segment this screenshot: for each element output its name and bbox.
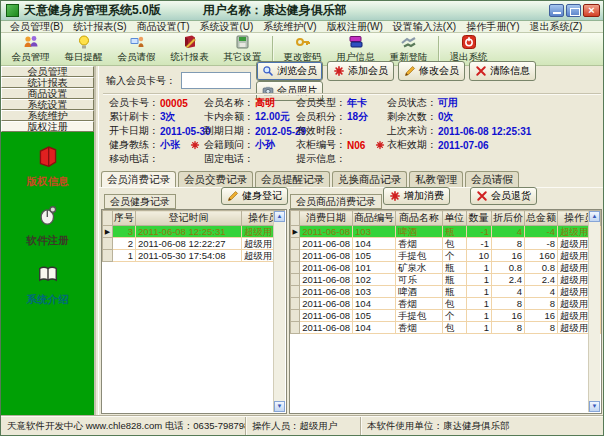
- column-header[interactable]: 折后价: [491, 211, 524, 226]
- tab-reminder-records[interactable]: 会员提醒记录: [255, 171, 330, 188]
- cell: -8: [524, 238, 557, 250]
- open-book-icon: [37, 263, 59, 285]
- member-refund-button[interactable]: 会员退货: [470, 187, 537, 205]
- cell: 105: [353, 250, 396, 262]
- table-row[interactable]: 2011-06-08103啤酒瓶144超级用户: [291, 286, 601, 298]
- sidebar-item-system[interactable]: 系统设置: [1, 99, 94, 110]
- menu-item-4[interactable]: 系统设置(U): [194, 21, 258, 33]
- member-info-row: 移动电话：固定电话：提示信息：: [99, 152, 604, 166]
- sidebar-item-goods[interactable]: 商品设置: [1, 88, 94, 99]
- add-member-button[interactable]: 添加会员: [327, 61, 394, 81]
- cell: 102: [353, 274, 396, 286]
- sidebar-item-members[interactable]: 会员管理: [1, 66, 94, 77]
- member-field-label: 上次来访：: [387, 124, 437, 138]
- scroll-up-icon[interactable]: [589, 211, 600, 222]
- fitness-scrollbar[interactable]: [273, 211, 285, 412]
- cell: 104: [353, 238, 396, 250]
- cell: 2011-06-08: [300, 298, 353, 310]
- scroll-down-icon[interactable]: [589, 401, 600, 412]
- menu-item-5[interactable]: 系统维护(V): [258, 21, 321, 33]
- leave-icon: [129, 34, 145, 50]
- table-row[interactable]: ▶32011-06-08 12:25:31超级用户: [103, 226, 285, 238]
- cell: 瓶: [442, 226, 466, 238]
- toolbar-member-leave[interactable]: 会员请假: [110, 33, 163, 65]
- cell: 个: [442, 250, 466, 262]
- close-icon[interactable]: [583, 4, 600, 17]
- member-field-label: 有效时段：: [296, 124, 346, 138]
- app-title: 天意健身房管理系统5.0版: [24, 2, 161, 19]
- row-marker: [291, 298, 300, 310]
- member-field: 上次来访：2011-06-08 12:25:31: [387, 124, 604, 138]
- sidebar-item-registration[interactable]: 版权注册: [1, 121, 94, 132]
- red-flower-icon[interactable]: [375, 140, 385, 150]
- scroll-down-icon[interactable]: [274, 401, 285, 412]
- clear-info-button[interactable]: 清除信息: [469, 61, 536, 81]
- column-header[interactable]: 商品编号: [353, 211, 396, 226]
- member-field: 开卡日期：2011-05-30: [109, 124, 204, 138]
- column-header[interactable]: 商品名称: [396, 211, 443, 226]
- red-flower-icon[interactable]: [190, 140, 200, 150]
- table-row[interactable]: ▶2011-06-08103啤酒瓶-14-4超级用户: [291, 226, 601, 238]
- menu-item-1[interactable]: 会员管理(B): [5, 21, 68, 33]
- table-row[interactable]: 2011-06-08105手提包个1016160超级用户: [291, 250, 601, 262]
- tab-payment-records[interactable]: 会员交费记录: [178, 171, 253, 188]
- sidebar-item-maintenance[interactable]: 系统维护: [1, 110, 94, 121]
- member-field-value: 00005: [160, 98, 188, 109]
- menu-item-8[interactable]: 操作手册(Y): [461, 21, 524, 33]
- sidebar-buttons: 会员管理统计报表商品设置系统设置系统维护版权注册: [1, 66, 94, 132]
- table-row[interactable]: 2011-06-08101矿泉水瓶10.80.8超级用户: [291, 262, 601, 274]
- toolbar-reports[interactable]: 统计报表: [163, 33, 216, 65]
- column-header[interactable]: 序号: [113, 211, 136, 226]
- column-header[interactable]: 总金额: [524, 211, 557, 226]
- cell: 1: [466, 310, 491, 322]
- consume-scrollbar[interactable]: [588, 211, 600, 412]
- menu-item-6[interactable]: 版权注册(W): [322, 21, 388, 33]
- scroll-up-icon[interactable]: [274, 211, 285, 222]
- menu-item-2[interactable]: 统计报表(S): [68, 21, 131, 33]
- tab-consume-records[interactable]: 会员消费记录: [101, 171, 176, 188]
- sidebar-link-copyright[interactable]: 版权信息: [27, 145, 69, 189]
- table-row[interactable]: 2011-06-08104香烟包188超级用户: [291, 298, 601, 310]
- add-consume-button[interactable]: 增加消费: [383, 187, 450, 205]
- column-header[interactable]: 数量: [466, 211, 491, 226]
- table-row[interactable]: 22011-06-08 12:22:27超级用户: [103, 238, 285, 250]
- menu-item-9[interactable]: 退出系统(Z): [525, 21, 588, 33]
- column-header[interactable]: 登记时间: [136, 211, 242, 226]
- member-field-label: 衣柜效期：: [387, 138, 437, 152]
- table-row[interactable]: 2011-06-08104香烟包188超级用户: [291, 322, 601, 334]
- member-field-value: 小张: [160, 138, 180, 152]
- sidebar-link-intro[interactable]: 系统介绍: [27, 263, 69, 307]
- cell: -4: [524, 226, 557, 238]
- tab-exchange-records[interactable]: 兑换商品记录: [332, 171, 407, 188]
- tab-private-coach[interactable]: 私教管理: [409, 171, 463, 188]
- table-row[interactable]: 2011-06-08104香烟包-18-8超级用户: [291, 238, 601, 250]
- column-header[interactable]: 消费日期: [300, 211, 353, 226]
- member-field-value: 0次: [438, 110, 454, 124]
- toolbar-members[interactable]: 会员管理: [4, 33, 57, 65]
- column-header[interactable]: 单位: [442, 211, 466, 226]
- table-row[interactable]: 2011-06-08102可乐瓶12.42.4超级用户: [291, 274, 601, 286]
- cell: 2011-06-08: [300, 250, 353, 262]
- member-field-value: 年卡: [347, 96, 367, 110]
- minimize-icon[interactable]: [549, 4, 564, 17]
- browse-member-button[interactable]: 浏览会员: [256, 61, 323, 81]
- edit-member-button[interactable]: 修改会员: [398, 61, 465, 81]
- add-consume-label: 增加消费: [404, 189, 444, 203]
- fitness-register-button[interactable]: 健身登记: [221, 187, 288, 205]
- menu-item-3[interactable]: 商品设置(T): [132, 21, 195, 33]
- member-field: 会员卡号：00005: [109, 96, 204, 110]
- toolbar-daily-reminder[interactable]: 每日提醒: [57, 33, 110, 65]
- menu-item-7[interactable]: 设置输入法(X): [388, 21, 461, 33]
- table-row[interactable]: 2011-06-08105手提包个11616超级用户: [291, 310, 601, 322]
- tab-member-leave[interactable]: 会员请假: [465, 171, 519, 188]
- sidebar-link-register[interactable]: 软件注册: [27, 204, 69, 248]
- member-field: 到期日期：2012-05-29: [204, 124, 296, 138]
- sidebar-item-reports[interactable]: 统计报表: [1, 77, 94, 88]
- maximize-icon[interactable]: [566, 4, 581, 17]
- cell: 香烟: [396, 238, 443, 250]
- table-row[interactable]: 12011-05-30 17:54:08超级用户: [103, 250, 285, 262]
- window-controls: [549, 4, 600, 17]
- register-icon: [37, 204, 59, 226]
- row-marker: [103, 238, 113, 250]
- card-number-input[interactable]: [181, 72, 251, 89]
